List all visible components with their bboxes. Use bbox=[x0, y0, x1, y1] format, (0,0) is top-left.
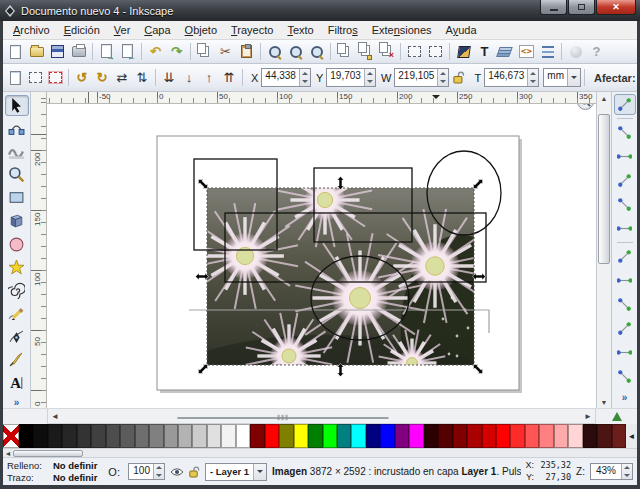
stroke-value[interactable]: No definir bbox=[53, 472, 97, 483]
tweak-tool[interactable] bbox=[5, 141, 29, 162]
snap-bbox-edge-midpoints-button[interactable] bbox=[614, 194, 636, 215]
color-swatch-262626[interactable] bbox=[62, 424, 76, 448]
lock-ratio-toggle[interactable] bbox=[449, 67, 469, 88]
scroll-left-icon[interactable]: ◄ bbox=[48, 412, 62, 421]
scroll-down-icon[interactable]: ▼ bbox=[597, 396, 611, 408]
menu-trayecto[interactable]: Trayecto bbox=[224, 22, 280, 38]
rectangle-tool[interactable] bbox=[5, 187, 29, 208]
color-swatch-d40000[interactable] bbox=[482, 424, 496, 448]
minimize-button[interactable] bbox=[540, 0, 567, 15]
drawing-canvas[interactable] bbox=[47, 104, 596, 408]
color-swatch-800080[interactable] bbox=[395, 424, 409, 448]
titlebar[interactable]: Documento nuevo 4 - Inkscape ✕ bbox=[0, 0, 640, 21]
palette-scrollbar[interactable]: ◄ bbox=[3, 448, 637, 457]
color-swatch-999999[interactable] bbox=[164, 424, 178, 448]
color-swatch-ffaaaa[interactable] bbox=[554, 424, 568, 448]
box-3d-tool[interactable] bbox=[5, 210, 29, 231]
print-document-button[interactable] bbox=[68, 41, 89, 62]
color-swatch-00ff00[interactable] bbox=[323, 424, 337, 448]
new-document-button[interactable] bbox=[5, 41, 26, 62]
flip-horizontal-button[interactable]: ⇄ bbox=[112, 67, 132, 88]
zoom-to-page-button[interactable] bbox=[306, 41, 327, 62]
color-swatch-b3b3b3[interactable] bbox=[178, 424, 192, 448]
color-swatch-008000[interactable] bbox=[308, 424, 322, 448]
pencil-tool[interactable] bbox=[5, 303, 29, 324]
color-swatch-00ffff[interactable] bbox=[351, 424, 365, 448]
layer-selector[interactable]: - Layer 1 bbox=[205, 463, 267, 481]
text-tool[interactable]: A bbox=[5, 372, 29, 393]
close-button[interactable]: ✕ bbox=[596, 0, 636, 15]
selector-tool[interactable] bbox=[5, 95, 29, 116]
swatch-none[interactable] bbox=[3, 424, 19, 448]
y-field[interactable]: 19,703 bbox=[326, 68, 376, 87]
select-all-button[interactable] bbox=[5, 67, 25, 88]
color-swatch-4d1414[interactable] bbox=[597, 424, 611, 448]
copy-button[interactable] bbox=[194, 41, 215, 62]
open-document-button[interactable] bbox=[26, 41, 47, 62]
horizontal-ruler[interactable]: -50050100150200250300350 bbox=[47, 92, 596, 104]
zoom-spinner[interactable] bbox=[621, 464, 632, 479]
layer-lock-toggle[interactable] bbox=[189, 466, 200, 478]
x-field[interactable]: 44,338 bbox=[261, 68, 311, 87]
create-clone-button[interactable] bbox=[355, 41, 376, 62]
rotate-ccw-button[interactable]: ↺ bbox=[72, 67, 92, 88]
vertical-scrollbar[interactable]: ▲ ▼ bbox=[596, 92, 611, 408]
horizontal-scroll-thumb[interactable]: ⦀⦀⦀ bbox=[177, 417, 389, 419]
menu-objeto[interactable]: Objeto bbox=[178, 22, 224, 38]
color-swatch-1a1a1a[interactable] bbox=[48, 424, 62, 448]
lower-to-bottom-button[interactable]: ⇊ bbox=[159, 67, 179, 88]
color-swatch-ffff00[interactable] bbox=[294, 424, 308, 448]
menu-edición[interactable]: Edición bbox=[57, 22, 107, 38]
height-field-spinner[interactable] bbox=[527, 69, 538, 86]
unit-dropdown[interactable]: mm bbox=[543, 68, 581, 87]
maximize-button[interactable] bbox=[568, 0, 595, 15]
color-swatch-550000[interactable] bbox=[438, 424, 452, 448]
unlink-clone-button[interactable]: × bbox=[376, 41, 397, 62]
raise-to-top-button[interactable]: ⇈ bbox=[219, 67, 239, 88]
ungroup-objects-button[interactable] bbox=[425, 41, 446, 62]
opacity-field[interactable]: 100 bbox=[128, 463, 165, 480]
vertical-ruler[interactable]: 200150100500 bbox=[31, 92, 47, 408]
star-tool[interactable] bbox=[5, 257, 29, 278]
color-swatch-2b0b0b[interactable] bbox=[583, 424, 597, 448]
snapbar-overflow-chevron[interactable]: » bbox=[622, 392, 628, 403]
layer-dropdown-arrow-icon[interactable] bbox=[253, 464, 266, 480]
unit-dropdown-arrow-icon[interactable] bbox=[567, 69, 580, 86]
color-swatch-ff0000[interactable] bbox=[265, 424, 279, 448]
width-field[interactable]: 219,105 bbox=[394, 68, 449, 87]
x-field-spinner[interactable] bbox=[299, 69, 310, 86]
scroll-up-icon[interactable]: ▲ bbox=[597, 92, 611, 104]
color-swatch-808000[interactable] bbox=[279, 424, 293, 448]
color-swatch-ff8080[interactable] bbox=[539, 424, 553, 448]
lower-one-step-button[interactable]: ↓ bbox=[179, 67, 199, 88]
menu-texto[interactable]: Texto bbox=[280, 22, 320, 38]
color-swatch-800000[interactable] bbox=[453, 424, 467, 448]
snap-path-intersections-button[interactable] bbox=[614, 294, 636, 315]
y-field-spinner[interactable] bbox=[364, 69, 375, 86]
xml-editor-button[interactable]: <> bbox=[516, 41, 537, 62]
deselect-button[interactable] bbox=[45, 67, 65, 88]
color-swatch-f2f2f2[interactable] bbox=[221, 424, 235, 448]
color-swatch-ff2a2a[interactable] bbox=[510, 424, 524, 448]
zoom-field[interactable]: 43% bbox=[590, 463, 633, 480]
horizontal-scrollbar[interactable]: ◄ ⦀⦀⦀ ► bbox=[47, 409, 596, 424]
color-swatch-404040[interactable] bbox=[91, 424, 105, 448]
menu-filtros[interactable]: Filtros bbox=[321, 22, 365, 38]
color-swatch-808080[interactable] bbox=[149, 424, 163, 448]
export-png-button[interactable]: ← bbox=[117, 41, 138, 62]
color-swatch-cccccc[interactable] bbox=[192, 424, 206, 448]
duplicate-button[interactable] bbox=[334, 41, 355, 62]
snap-nodes-button[interactable] bbox=[614, 246, 636, 267]
zoom-to-drawing-button[interactable] bbox=[285, 41, 306, 62]
fill-stroke-dialog-button[interactable] bbox=[453, 41, 474, 62]
height-field[interactable]: 146,673 bbox=[484, 68, 539, 87]
flip-vertical-button[interactable]: ⇅ bbox=[132, 67, 152, 88]
fill-stroke-indicator[interactable]: Relleno:No definir Trazo:No definir bbox=[7, 460, 97, 483]
menu-archivo[interactable]: Archivo bbox=[6, 22, 57, 38]
preferences-button[interactable] bbox=[565, 41, 586, 62]
calligraphy-tool[interactable] bbox=[5, 349, 29, 370]
save-document-button[interactable] bbox=[47, 41, 68, 62]
paste-button[interactable] bbox=[236, 41, 257, 62]
fill-value[interactable]: No definir bbox=[53, 460, 97, 471]
color-swatch-333333[interactable] bbox=[77, 424, 91, 448]
